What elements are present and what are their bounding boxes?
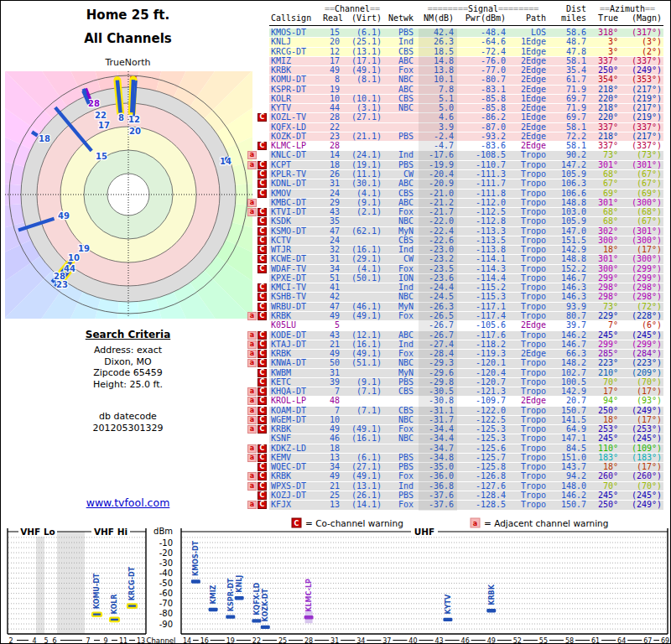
miles-cell: 146.3 xyxy=(553,283,586,292)
miles-cell: 146.3 xyxy=(553,293,586,301)
virtual-channel-cell xyxy=(346,123,382,132)
network-cell: ABC xyxy=(388,199,414,207)
miles-cell: 71.9 xyxy=(553,86,586,94)
miles-cell: 58.1 xyxy=(553,57,586,65)
power-dbm-cell: -114.4 xyxy=(460,274,506,283)
nm-db-cell: -20.4 xyxy=(420,170,454,179)
real-channel-cell: 39 xyxy=(323,378,340,387)
channel-tick-label: 28 xyxy=(304,637,313,644)
db-datecode-value: 201205301329 xyxy=(1,423,255,434)
adjacent-channel-warning-badge: a xyxy=(247,425,257,434)
azimuth-true-cell: 68° xyxy=(593,170,618,179)
network-cell: NBC xyxy=(388,75,414,84)
spectrum-gap-band xyxy=(57,532,85,634)
power-dbm-cell: -110.7 xyxy=(460,161,506,169)
azimuth-true-cell: 298° xyxy=(593,293,618,301)
table-row: K05LU5-26.7-105.62Edge39.77°(6°) xyxy=(269,321,663,330)
path-cell: Tropo xyxy=(512,491,546,500)
path-cell: Tropo xyxy=(512,208,546,216)
azimuth-magnetic-cell: (73°) xyxy=(625,151,662,159)
network-cell: Fox xyxy=(388,66,414,75)
path-cell: Tropo xyxy=(512,434,546,443)
channel-spoke-label: 14 xyxy=(220,157,231,166)
column-header: NM(dB) xyxy=(420,13,454,23)
real-channel-cell: 49 xyxy=(323,312,340,320)
azimuth-true-cell: 301° xyxy=(593,161,618,169)
azimuth-true-cell: 3° xyxy=(593,48,618,56)
path-cell: Tropo xyxy=(512,265,546,273)
nm-db-cell: 26.3 xyxy=(420,38,454,46)
signal-bar xyxy=(486,609,496,612)
azimuth-true-cell: 220° xyxy=(593,113,618,122)
azimuth-magnetic-cell: (300°) xyxy=(625,199,662,207)
signal-bar-callsign-label: KMIZ xyxy=(210,584,217,604)
azimuth-true-cell: 318° xyxy=(593,29,618,37)
y-tick-label: -40 xyxy=(159,569,173,578)
adjacent-channel-warning-badge: a xyxy=(247,454,257,462)
nm-db-cell: -34.4 xyxy=(420,425,454,434)
nm-db-cell: 5.1 xyxy=(420,95,454,103)
signal-bar xyxy=(226,615,235,618)
signal-table: ==Channel== ========Signal======== Dist … xyxy=(269,1,671,514)
azimuth-true-cell: 245° xyxy=(593,331,618,340)
azimuth-true-cell: 253° xyxy=(593,425,618,434)
network-cell xyxy=(388,142,414,150)
real-channel-cell: 17 xyxy=(323,57,340,65)
nm-db-cell: 14.8 xyxy=(420,57,454,65)
table-row: CaKRBK49(49.1)Fox-26.5-117.4Tropo80.7229… xyxy=(269,312,663,321)
nm-db-cell: -17.6 xyxy=(420,151,454,159)
miles-cell: 148.8 xyxy=(553,199,586,207)
real-channel-cell: 44 xyxy=(323,104,340,112)
band-title: VHF Lo xyxy=(20,527,55,537)
callsign-cell: KRBK xyxy=(271,472,316,480)
power-dbm-cell: -127.6 xyxy=(460,482,506,491)
virtual-channel-cell: (9.1) xyxy=(346,199,382,207)
network-cell: PBS xyxy=(388,454,414,462)
callsign-cell: WGEM-DT xyxy=(271,416,316,424)
virtual-channel-cell: (4.1) xyxy=(346,190,382,198)
adjacent-channel-warning-badge: a xyxy=(247,151,257,159)
channel-tick-label: 40 xyxy=(408,637,417,644)
network-cell: Fox xyxy=(388,265,414,273)
callsign-cell: KOAM-DT xyxy=(271,407,316,415)
real-channel-cell: 21 xyxy=(323,482,340,491)
legend-c-symbol: C xyxy=(294,520,299,527)
channel-spoke-label: 10 xyxy=(68,253,80,262)
azimuth-true-cell: 300° xyxy=(593,265,618,273)
virtual-channel-cell xyxy=(346,283,382,292)
search-city: Dixon, MO xyxy=(1,356,255,368)
azimuth-true-cell: 68° xyxy=(593,208,618,216)
co-channel-warning-badge: C xyxy=(257,190,267,198)
azimuth-magnetic-cell: (260°) xyxy=(625,472,662,480)
nm-db-cell: -24.5 xyxy=(420,293,454,301)
azimuth-magnetic-cell: (72°) xyxy=(625,303,662,311)
nm-db-cell: -22.6 xyxy=(420,236,454,245)
virtual-channel-cell: (6.1) xyxy=(346,29,382,37)
channel-tick-label: 13 xyxy=(137,637,145,644)
column-header: Pwr(dBm) xyxy=(460,13,506,23)
real-channel-cell: 18 xyxy=(323,444,340,453)
azimuth-magnetic-cell: (17°) xyxy=(625,246,662,254)
y-tick-label: -30 xyxy=(159,558,173,568)
miles-cell: 142.9 xyxy=(553,387,586,396)
power-dbm-cell: -112.5 xyxy=(460,208,506,216)
azimuth-true-cell: 218° xyxy=(593,104,618,112)
network-cell xyxy=(388,321,414,330)
tvfool-link[interactable]: www.tvfool.com xyxy=(86,496,170,509)
virtual-channel-cell: (8.1) xyxy=(346,75,382,84)
path-cell: 2Edge xyxy=(512,104,546,112)
real-channel-cell: 43 xyxy=(323,208,340,216)
azimuth-true-cell: 337° xyxy=(593,142,618,150)
azimuth-true-cell: 70° xyxy=(593,482,618,491)
power-dbm-cell: -117.6 xyxy=(460,331,506,340)
nm-db-cell: -26.7 xyxy=(420,321,454,330)
azimuth-magnetic-cell: (249°) xyxy=(625,407,662,415)
power-dbm-cell: -85.8 xyxy=(460,95,506,103)
column-header: Netwk xyxy=(388,13,414,23)
azimuth-magnetic-cell: (67°) xyxy=(625,217,662,226)
miles-cell: 66.3 xyxy=(553,350,586,358)
virtual-channel-cell: (14.1) xyxy=(346,501,382,509)
co-channel-warning-badge: C xyxy=(257,369,267,377)
path-cell: Tropo xyxy=(512,170,546,179)
real-channel-cell: 5 xyxy=(323,321,340,330)
